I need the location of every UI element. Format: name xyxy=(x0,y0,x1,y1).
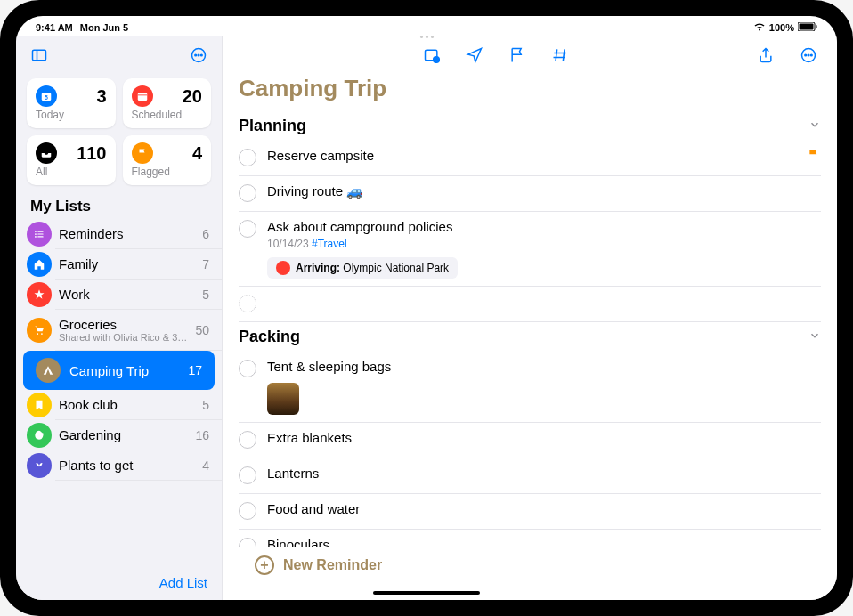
svg-text:5: 5 xyxy=(45,94,48,101)
svg-point-29 xyxy=(805,54,807,56)
bookmark-icon xyxy=(27,393,52,417)
sidebar-toggle-button[interactable] xyxy=(27,43,52,68)
svg-point-20 xyxy=(41,333,43,335)
my-lists-header: My Lists xyxy=(16,192,222,219)
star-icon xyxy=(27,282,52,307)
reminder-title: Tent & sleeping bags xyxy=(267,359,821,374)
more-button[interactable] xyxy=(796,43,821,68)
reminder-row[interactable]: Tent & sleeping bags xyxy=(239,352,821,423)
location-pill[interactable]: Arriving: Olympic National Park xyxy=(267,257,458,279)
reminder-row[interactable] xyxy=(239,287,821,322)
attachment-thumbnail[interactable] xyxy=(267,383,299,415)
add-list-button[interactable]: Add List xyxy=(159,575,207,590)
list-name: Gardening xyxy=(59,427,195,442)
status-time: 9:41 AM xyxy=(36,22,73,33)
smart-count: 110 xyxy=(77,143,106,164)
svg-point-7 xyxy=(198,54,199,56)
new-reminder-label: New Reminder xyxy=(283,557,382,573)
more-button[interactable] xyxy=(186,43,211,68)
status-date: Mon Jun 5 xyxy=(80,22,128,33)
sidebar-list-plants-to-get[interactable]: Plants to get 4 xyxy=(55,450,222,481)
calendar-button[interactable]: + xyxy=(419,43,444,68)
share-button[interactable] xyxy=(753,43,778,68)
home-indicator[interactable] xyxy=(373,591,480,595)
complete-circle[interactable] xyxy=(239,295,256,312)
smart-lists-grid: 5 3 Today 20 Scheduled xyxy=(16,71,222,192)
reminder-row[interactable]: Lanterns xyxy=(239,458,821,494)
list-icon xyxy=(27,222,52,247)
smart-label: Today xyxy=(36,109,107,121)
list-count: 16 xyxy=(195,428,209,442)
smart-count: 4 xyxy=(192,143,202,164)
complete-circle[interactable] xyxy=(239,502,256,520)
complete-circle[interactable] xyxy=(239,466,256,484)
list-count: 17 xyxy=(188,363,202,377)
smart-list-today[interactable]: 5 3 Today xyxy=(27,78,116,128)
section-header-planning[interactable]: Planning xyxy=(239,111,821,141)
section-title: Planning xyxy=(239,117,306,135)
sidebar-list-gardening[interactable]: Gardening 16 xyxy=(55,420,222,450)
sidebar-list-camping-trip[interactable]: Camping Trip 17 xyxy=(23,351,215,390)
tent-icon xyxy=(36,358,61,383)
reminder-title: Ask about campground policies xyxy=(267,219,821,234)
smart-list-flagged[interactable]: 4 Flagged xyxy=(123,135,212,185)
list-count: 50 xyxy=(195,323,209,337)
reminder-title: Food and water xyxy=(267,501,821,516)
smart-list-scheduled[interactable]: 20 Scheduled xyxy=(123,78,212,128)
status-bar: 9:41 AM Mon Jun 5 100% xyxy=(16,16,837,36)
cart-icon xyxy=(27,318,52,343)
complete-circle[interactable] xyxy=(239,184,256,202)
sidebar-list-groceries[interactable]: Groceries Shared with Olivia Rico & 3… 5… xyxy=(55,310,222,351)
calendar-today-icon: 5 xyxy=(36,85,57,107)
sidebar-list-work[interactable]: Work 5 xyxy=(55,280,222,310)
house-icon xyxy=(27,252,52,277)
location-button[interactable] xyxy=(462,43,487,68)
list-subtitle: Shared with Olivia Rico & 3… xyxy=(59,332,195,343)
reminder-row[interactable]: Ask about campground policies10/14/23 #T… xyxy=(239,212,821,287)
new-reminder-button[interactable]: + New Reminder xyxy=(239,547,821,584)
list-count: 5 xyxy=(202,288,209,302)
sidebar-list-family[interactable]: Family 7 xyxy=(55,249,222,280)
reminder-row[interactable]: Food and water xyxy=(239,494,821,530)
list-name: Groceries xyxy=(59,317,195,332)
plant-icon xyxy=(27,453,52,478)
smart-count: 3 xyxy=(96,86,106,107)
tag-button[interactable] xyxy=(548,43,573,68)
svg-line-24 xyxy=(556,49,557,61)
svg-rect-11 xyxy=(137,93,147,101)
flag-icon xyxy=(807,148,821,166)
calendar-icon xyxy=(132,85,153,107)
complete-circle[interactable] xyxy=(239,431,256,449)
chevron-down-icon xyxy=(808,329,821,345)
list-count: 6 xyxy=(202,227,209,241)
list-count: 7 xyxy=(202,257,209,272)
complete-circle[interactable] xyxy=(239,360,256,377)
reminder-row[interactable]: Reserve campsite xyxy=(239,141,821,176)
svg-rect-1 xyxy=(800,24,814,30)
svg-point-15 xyxy=(35,233,37,235)
reminder-row[interactable]: Extra blankets xyxy=(239,423,821,458)
smart-list-all[interactable]: 110 All xyxy=(27,135,116,185)
reminder-row[interactable]: Driving route 🚙 xyxy=(239,176,821,212)
reminders-content: Planning Reserve campsite Driving route … xyxy=(223,111,837,600)
complete-circle[interactable] xyxy=(239,149,256,166)
complete-circle[interactable] xyxy=(239,220,256,238)
svg-rect-2 xyxy=(816,25,817,28)
sidebar-list-reminders[interactable]: Reminders 6 xyxy=(55,219,222,249)
flag-button[interactable] xyxy=(505,43,530,68)
reminder-title: Lanterns xyxy=(267,466,821,481)
list-count: 5 xyxy=(202,398,209,412)
svg-point-30 xyxy=(808,54,809,56)
list-name: Reminders xyxy=(59,226,202,241)
section-title: Packing xyxy=(239,328,300,346)
svg-point-6 xyxy=(195,54,197,56)
my-lists: Reminders 6 Family 7 Work 5 Groceries Sh… xyxy=(16,219,222,566)
reminder-title: Reserve campsite xyxy=(267,148,807,163)
wifi-icon xyxy=(753,22,766,33)
reminder-title: Extra blankets xyxy=(267,430,821,445)
smart-label: All xyxy=(36,166,107,178)
battery-percent: 100% xyxy=(769,22,794,33)
section-header-packing[interactable]: Packing xyxy=(239,322,821,352)
sidebar-list-book-club[interactable]: Book club 5 xyxy=(55,390,222,420)
svg-rect-16 xyxy=(37,233,43,234)
